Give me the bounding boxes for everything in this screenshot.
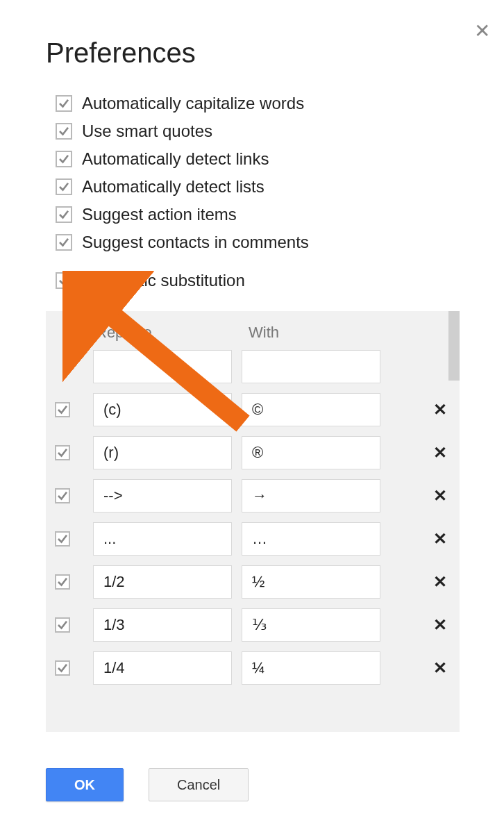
- with-input[interactable]: [242, 393, 380, 426]
- replace-input[interactable]: [93, 522, 232, 556]
- delete-row-icon[interactable]: ✕: [433, 486, 447, 506]
- dialog-title: Preferences: [46, 38, 196, 69]
- replace-input[interactable]: [93, 565, 232, 599]
- checkmark-icon: [58, 153, 70, 165]
- substitution-new-row: [46, 350, 460, 383]
- with-input[interactable]: [242, 522, 380, 556]
- checkbox-auto-capitalize[interactable]: [56, 95, 72, 112]
- checkmark-icon: [58, 181, 70, 193]
- option-label: Suggest action items: [82, 205, 237, 224]
- header-with: With: [249, 324, 279, 342]
- option-label: Automatically capitalize words: [82, 94, 304, 113]
- header-replace: Replace: [96, 324, 242, 342]
- with-input[interactable]: [242, 436, 380, 469]
- checkmark-icon: [56, 490, 69, 502]
- delete-row-icon[interactable]: ✕: [433, 529, 447, 549]
- with-input[interactable]: [242, 651, 380, 685]
- auto-substitution-row: Automatic substitution: [56, 271, 245, 299]
- close-icon[interactable]: ✕: [474, 19, 490, 42]
- delete-row-icon[interactable]: ✕: [433, 658, 447, 678]
- checkmark-icon: [56, 619, 69, 631]
- option-label: Suggest contacts in comments: [82, 233, 309, 252]
- substitution-row: ✕: [46, 608, 460, 642]
- row-checkbox[interactable]: [55, 574, 70, 590]
- substitution-row: ✕: [46, 522, 460, 556]
- cancel-button[interactable]: Cancel: [149, 768, 249, 801]
- replace-input[interactable]: [93, 608, 232, 642]
- dialog-footer: OK Cancel: [46, 768, 249, 801]
- replace-input[interactable]: [93, 436, 232, 469]
- replace-input[interactable]: [93, 651, 232, 685]
- substitution-row: ✕: [46, 651, 460, 685]
- checkbox-smart-quotes[interactable]: [56, 123, 72, 140]
- row-checkbox[interactable]: [55, 660, 70, 676]
- checkmark-icon: [56, 662, 69, 674]
- new-with-input[interactable]: [242, 350, 380, 383]
- checkmark-icon: [56, 576, 69, 588]
- delete-row-icon[interactable]: ✕: [433, 615, 447, 635]
- checkbox-detect-lists[interactable]: [56, 178, 72, 195]
- option-label: Automatically detect lists: [82, 177, 264, 197]
- new-replace-input[interactable]: [93, 350, 232, 383]
- delete-row-icon[interactable]: ✕: [433, 443, 447, 462]
- auto-substitution-label: Automatic substitution: [82, 271, 245, 290]
- substitution-row: ✕: [46, 479, 460, 512]
- with-input[interactable]: [242, 479, 380, 512]
- replace-input[interactable]: [93, 479, 232, 512]
- checkmark-icon: [56, 447, 69, 459]
- delete-row-icon[interactable]: ✕: [433, 572, 447, 592]
- replace-input[interactable]: [93, 393, 232, 426]
- checkbox-detect-links[interactable]: [56, 151, 72, 167]
- checkmark-icon: [58, 97, 70, 110]
- delete-row-icon[interactable]: ✕: [433, 400, 447, 419]
- row-checkbox[interactable]: [55, 531, 70, 547]
- substitution-row: ✕: [46, 436, 460, 469]
- checkmark-icon: [56, 403, 69, 416]
- row-checkbox[interactable]: [55, 445, 70, 460]
- checkmark-icon: [58, 274, 70, 287]
- substitution-row: ✕: [46, 393, 460, 426]
- substitution-row: ✕: [46, 565, 460, 599]
- substitution-headers: Replace With: [46, 311, 460, 350]
- checkmark-icon: [58, 208, 70, 221]
- checkmark-icon: [56, 533, 69, 545]
- checkbox-action-items[interactable]: [56, 206, 72, 223]
- with-input[interactable]: [242, 565, 380, 599]
- row-checkbox[interactable]: [55, 617, 70, 633]
- row-checkbox[interactable]: [55, 488, 70, 503]
- option-label: Use smart quotes: [82, 122, 212, 141]
- checkbox-auto-substitution[interactable]: [56, 272, 72, 289]
- option-label: Automatically detect links: [82, 149, 269, 169]
- checkmark-icon: [58, 236, 70, 249]
- row-checkbox[interactable]: [55, 402, 70, 417]
- substitution-panel: Replace With ✕ ✕ ✕ ✕ ✕ ✕: [46, 311, 460, 732]
- ok-button[interactable]: OK: [46, 768, 124, 801]
- checkmark-icon: [58, 125, 70, 138]
- with-input[interactable]: [242, 608, 380, 642]
- options-list: Automatically capitalize words Use smart…: [56, 94, 309, 260]
- scrollbar-thumb[interactable]: [448, 311, 460, 381]
- checkbox-suggest-contacts[interactable]: [56, 234, 72, 251]
